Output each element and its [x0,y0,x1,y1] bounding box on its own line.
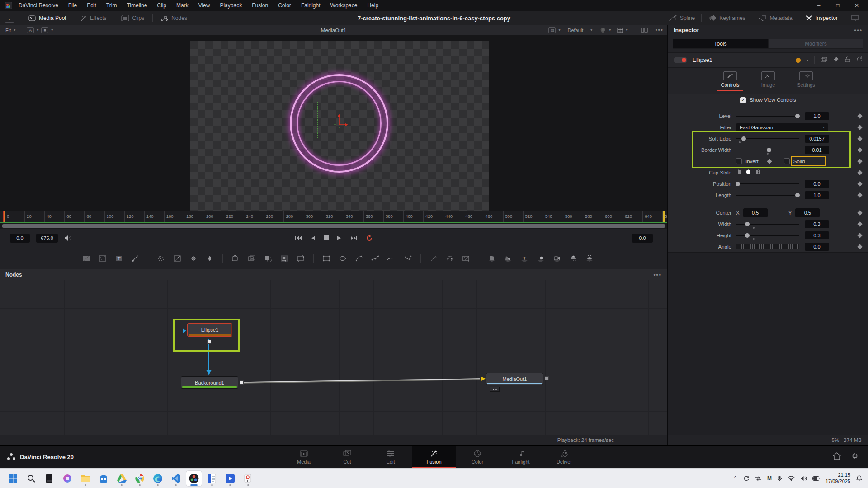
spotlight-3d-tool-icon[interactable] [567,253,579,263]
menu-edit[interactable]: Edit [82,0,101,11]
height-slider-handle[interactable] [745,233,750,238]
text-plus-tool-icon[interactable]: T [113,253,125,263]
row-keyframe-diamond[interactable] [857,159,862,164]
hidden-icons-chevron[interactable]: ⌃ [733,475,737,481]
range-start-field[interactable]: 0.0 [10,234,30,243]
filter-keyframe-diamond[interactable] [857,125,862,130]
merge-3d-tool-icon[interactable] [535,253,547,263]
clips-button[interactable]: Clips [115,11,151,25]
timeline-scrollbar[interactable] [2,224,665,228]
taskbar-search-icon[interactable] [24,471,39,486]
cap-style-round-button[interactable] [745,169,752,177]
menu-clip[interactable]: Clip [152,0,171,11]
taskbar-dark-app-icon[interactable] [42,471,57,486]
transform-tool-icon[interactable] [230,253,241,263]
pin-icon[interactable] [833,56,839,64]
angle-dial[interactable] [736,244,799,249]
playhead[interactable] [4,211,5,222]
shape-3d-tool-icon[interactable] [502,253,514,263]
invert-checkbox[interactable] [736,158,742,164]
switch-icon[interactable] [755,476,762,481]
taskbar-copilot-icon[interactable] [60,471,75,486]
length-slider-handle[interactable] [795,193,800,197]
border-width-slider[interactable] [736,150,799,150]
page-tab-media[interactable]: Media [282,446,326,468]
node-background1[interactable]: Background1 [181,376,238,389]
width-slider[interactable] [736,224,799,225]
menu-fusion[interactable]: Fusion [247,0,273,11]
length-slider[interactable] [736,195,799,196]
panel-toggle-button[interactable]: ⌄ [5,14,14,23]
border-width-keyframe-diamond[interactable] [857,147,862,152]
particle-render-tool-icon[interactable] [460,253,472,263]
taskbar-davinci-resolve-icon[interactable] [186,471,202,486]
menu-file[interactable]: File [63,0,82,11]
go-to-end-button[interactable] [350,235,358,241]
center-y-field[interactable]: 0.5 [795,208,820,217]
invert-keyframe-diamond[interactable] [767,159,772,164]
channel-a-button[interactable]: A [27,27,34,33]
effects-button[interactable]: Effects [74,11,113,25]
text-3d-tool-icon[interactable]: T [519,253,530,263]
position-slider[interactable] [736,183,799,184]
inspector-options-menu[interactable]: ••• [854,27,863,33]
node-enable-toggle[interactable] [674,57,687,63]
level-slider[interactable] [736,116,799,117]
menu-help[interactable]: Help [362,0,383,11]
menu-fairlight[interactable]: Fairlight [296,0,326,11]
tab-image[interactable]: Image [755,71,781,94]
taskbar-vscode-icon[interactable] [168,471,184,486]
menu-view[interactable]: View [193,0,215,11]
stop-button[interactable] [324,235,329,240]
reset-icon[interactable] [856,56,863,64]
color-controls-icon[interactable] [599,28,606,33]
taskbar-drive-icon[interactable] [114,471,129,486]
go-to-start-button[interactable] [295,235,302,241]
resize-tool-icon[interactable] [295,253,307,263]
show-view-controls-checkbox[interactable]: ✓ [740,97,746,103]
versions-icon[interactable] [821,56,827,64]
range-end-field[interactable]: 675.0 [36,234,58,243]
page-tab-color[interactable]: Color [456,446,499,468]
keyframes-button[interactable]: Keyframes [702,11,751,25]
level-slider-handle[interactable] [795,114,800,118]
rectangle-mask-tool-icon[interactable] [321,253,332,263]
filter-dropdown[interactable]: Fast Gaussian▾ [736,123,828,131]
menu-trim[interactable]: Trim [101,0,122,11]
angle-value-field[interactable]: 0.0 [805,243,829,251]
media-pool-button[interactable]: Media Pool [22,11,72,25]
soft-edge-slider[interactable] [736,138,799,139]
taskbar-start-icon[interactable] [5,471,21,486]
wifi-icon[interactable] [788,476,795,481]
inspector-button[interactable]: Inspector [799,11,844,25]
particle-force-tool-icon[interactable] [444,253,456,263]
maximize-button[interactable]: □ [830,0,845,11]
zoom-mode-dropdown[interactable]: Fit [5,28,11,33]
dissolve-tool-icon[interactable] [262,253,274,263]
viewer-options-menu[interactable]: ••• [655,27,664,33]
grid-view-icon[interactable] [617,28,623,33]
spline-button[interactable]: Spline [662,11,701,25]
timeline-ruler[interactable]: 0204060801001201401601802002202402602803… [0,211,667,223]
page-tab-fusion[interactable]: Fusion [412,446,456,468]
bspline-mask-tool-icon[interactable] [369,253,381,263]
center-x-field[interactable]: 0.5 [743,208,768,217]
lock-icon[interactable] [845,56,850,64]
render-range-end-marker[interactable] [663,211,665,222]
level-keyframe-diamond[interactable] [857,113,862,118]
play-button[interactable] [337,235,342,241]
play-reverse-button[interactable] [310,235,316,241]
level-value-field[interactable]: 1.0 [805,112,829,120]
node-background1-output[interactable] [240,380,244,385]
nodes-button[interactable]: Nodes [155,11,193,25]
ellipse-mask-tool-icon[interactable] [337,253,349,263]
menu-davinci-resolve[interactable]: DaVinci Resolve [17,0,63,11]
page-tab-edit[interactable]: Edit [369,446,412,468]
color-curves-tool-icon[interactable] [171,253,183,263]
menu-color[interactable]: Color [273,0,296,11]
border-width-value-field[interactable]: 0.01 [805,146,829,154]
notifications-bell-icon[interactable] [856,475,863,482]
page-tab-cut[interactable]: Cut [326,446,369,468]
taskbar-chrome-icon[interactable] [132,471,147,486]
close-button[interactable]: ✕ [849,0,864,11]
